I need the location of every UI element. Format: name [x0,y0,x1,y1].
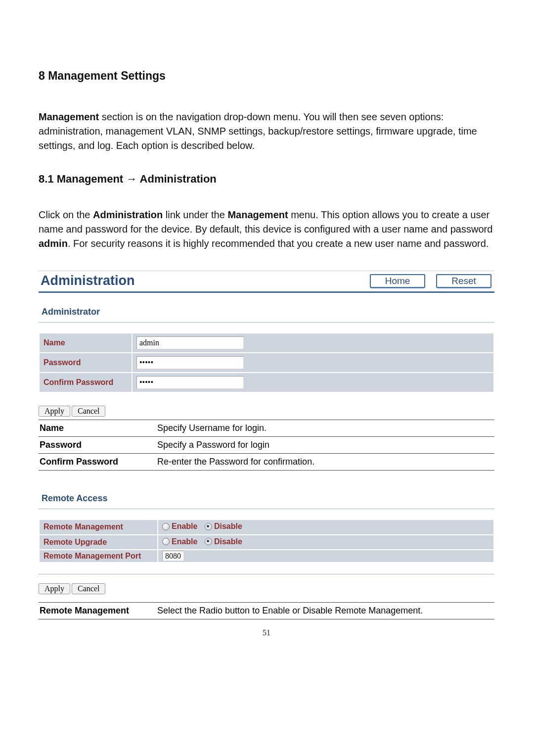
intro-strong-1: Management [39,111,99,122]
remote-upgrade-disable-radio[interactable] [205,538,212,545]
remote-access-table: Remote Management Enable Disable Remote … [39,519,494,563]
remote-port-label: Remote Management Port [39,550,158,563]
doc-cpw-key: Confirm Password [39,454,155,471]
intro-rest-1: section is on the navigation drop-down m… [39,111,477,151]
section-heading: 8 Management Settings [39,69,494,83]
disable-label-2: Disable [214,537,242,546]
remote-description-table: Remote Management Select the Radio butto… [39,602,494,619]
remote-management-enable-radio[interactable] [162,523,170,530]
administrator-label: Administrator [42,307,494,317]
intro-paragraph: Management section is on the navigation … [39,110,494,153]
remote-upgrade-label: Remote Upgrade [39,535,158,550]
remote-apply-button[interactable]: Apply [39,583,70,594]
doc-rm-key: Remote Management [39,603,155,619]
remote-access-label: Remote Access [42,493,494,504]
name-input[interactable] [136,336,244,349]
remote-management-label: Remote Management [39,520,158,535]
administrator-table: Name Password Confirm Password [39,332,494,393]
page-number: 51 [39,628,494,637]
doc-pw-val: Specify a Password for login [155,437,494,454]
remote-cancel-button[interactable]: Cancel [72,583,105,594]
doc-pw-key: Password [39,437,155,454]
remote-port-input[interactable]: 8080 [162,551,184,561]
apply-button[interactable]: Apply [39,406,70,417]
password-input[interactable] [136,356,244,369]
cancel-button[interactable]: Cancel [72,406,105,417]
field-description-table: Name Specify Username for login. Passwor… [39,420,494,471]
home-button[interactable]: Home [370,274,425,288]
name-label: Name [39,333,132,353]
subsection-heading: 8.1 Management → Administration [39,173,494,186]
doc-rm-val: Select the Radio button to Enable or Dis… [155,603,494,619]
confirm-password-label: Confirm Password [39,373,132,392]
enable-label-2: Enable [172,537,197,546]
administration-panel: Administration Home Reset Administrator … [39,271,494,417]
enable-label: Enable [172,522,197,531]
doc-cpw-val: Re-enter the Password for confirmation. [155,454,494,471]
doc-name-val: Specify Username for login. [155,420,494,437]
remote-upgrade-enable-radio[interactable] [162,538,170,545]
panel-title: Administration [39,273,135,288]
confirm-password-input[interactable] [136,376,244,389]
password-label: Password [39,353,132,373]
remote-access-panel: Remote Access Remote Management Enable D… [39,493,494,594]
disable-label: Disable [214,522,242,531]
doc-name-key: Name [39,420,155,437]
remote-management-disable-radio[interactable] [205,523,212,530]
reset-button[interactable]: Reset [436,274,491,288]
intro2-paragraph: Click on the Administration link under t… [39,208,494,251]
